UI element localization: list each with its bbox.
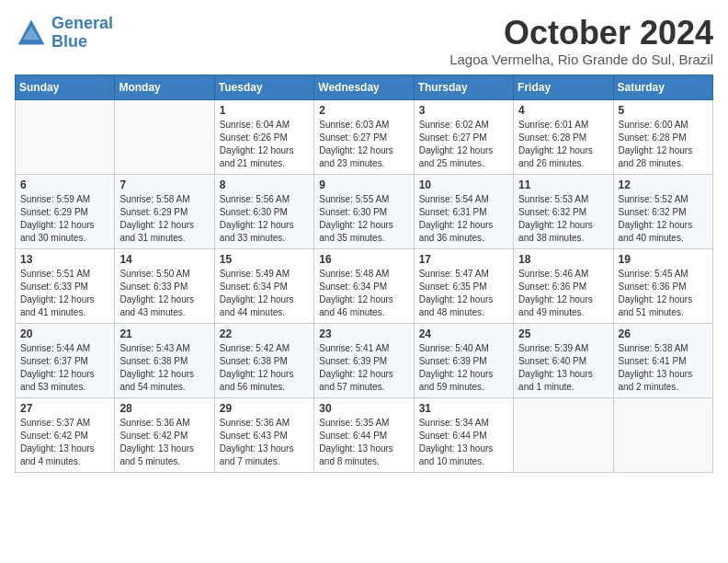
day-info: Sunrise: 5:48 AMSunset: 6:34 PMDaylight:… (319, 268, 408, 319)
calendar-cell: 7Sunrise: 5:58 AMSunset: 6:29 PMDaylight… (115, 174, 214, 248)
day-info: Sunrise: 5:35 AMSunset: 6:44 PMDaylight:… (319, 417, 408, 468)
day-number: 14 (119, 253, 209, 266)
day-number: 30 (319, 402, 408, 415)
day-number: 2 (319, 104, 408, 117)
calendar-cell: 6Sunrise: 5:59 AMSunset: 6:29 PMDaylight… (16, 174, 115, 248)
day-info: Sunrise: 5:34 AMSunset: 6:44 PMDaylight:… (419, 417, 508, 468)
day-info: Sunrise: 6:00 AMSunset: 6:28 PMDaylight:… (619, 119, 708, 170)
calendar-table: SundayMondayTuesdayWednesdayThursdayFrid… (15, 75, 713, 473)
day-number: 21 (119, 327, 209, 340)
calendar-cell: 29Sunrise: 5:36 AMSunset: 6:43 PMDayligh… (214, 397, 313, 472)
calendar-cell: 15Sunrise: 5:49 AMSunset: 6:34 PMDayligh… (214, 248, 313, 323)
day-number: 28 (119, 402, 209, 415)
calendar-header: SundayMondayTuesdayWednesdayThursdayFrid… (16, 75, 713, 99)
calendar-cell (16, 99, 115, 174)
day-info: Sunrise: 5:44 AMSunset: 6:37 PMDaylight:… (20, 342, 109, 394)
calendar-cell (514, 397, 613, 472)
day-number: 1 (220, 104, 309, 117)
day-number: 7 (119, 178, 209, 191)
calendar-cell: 22Sunrise: 5:42 AMSunset: 6:38 PMDayligh… (214, 323, 313, 397)
weekday-header-friday: Friday (514, 75, 613, 99)
calendar-cell: 18Sunrise: 5:46 AMSunset: 6:36 PMDayligh… (514, 248, 613, 323)
calendar-cell: 14Sunrise: 5:50 AMSunset: 6:33 PMDayligh… (115, 248, 214, 323)
calendar-week-4: 20Sunrise: 5:44 AMSunset: 6:37 PMDayligh… (16, 323, 713, 397)
day-number: 6 (20, 178, 109, 191)
calendar-cell: 31Sunrise: 5:34 AMSunset: 6:44 PMDayligh… (414, 397, 513, 472)
calendar-week-5: 27Sunrise: 5:37 AMSunset: 6:42 PMDayligh… (16, 397, 713, 472)
calendar-cell: 21Sunrise: 5:43 AMSunset: 6:38 PMDayligh… (115, 323, 214, 397)
day-info: Sunrise: 5:45 AMSunset: 6:36 PMDaylight:… (619, 268, 708, 319)
page-header: General Blue October 2024 Lagoa Vermelha… (15, 15, 713, 67)
day-info: Sunrise: 5:42 AMSunset: 6:38 PMDaylight:… (220, 342, 309, 394)
title-block: October 2024 Lagoa Vermelha, Rio Grande … (449, 15, 713, 67)
day-info: Sunrise: 5:52 AMSunset: 6:32 PMDaylight:… (619, 193, 708, 245)
day-number: 29 (220, 402, 309, 415)
month-title: October 2024 (449, 15, 713, 52)
day-info: Sunrise: 5:46 AMSunset: 6:36 PMDaylight:… (518, 268, 608, 319)
calendar-cell: 3Sunrise: 6:02 AMSunset: 6:27 PMDaylight… (414, 99, 513, 174)
calendar-cell: 23Sunrise: 5:41 AMSunset: 6:39 PMDayligh… (314, 323, 414, 397)
day-info: Sunrise: 6:01 AMSunset: 6:28 PMDaylight:… (518, 119, 608, 170)
weekday-header-wednesday: Wednesday (314, 75, 414, 99)
calendar-cell: 8Sunrise: 5:56 AMSunset: 6:30 PMDaylight… (214, 174, 313, 248)
day-number: 20 (20, 327, 109, 340)
day-number: 5 (619, 104, 708, 117)
day-info: Sunrise: 5:58 AMSunset: 6:29 PMDaylight:… (119, 193, 209, 245)
day-number: 4 (518, 104, 608, 117)
day-info: Sunrise: 5:38 AMSunset: 6:41 PMDaylight:… (619, 342, 708, 394)
day-number: 24 (419, 327, 508, 340)
calendar-cell: 17Sunrise: 5:47 AMSunset: 6:35 PMDayligh… (414, 248, 513, 323)
calendar-cell: 9Sunrise: 5:55 AMSunset: 6:30 PMDaylight… (314, 174, 414, 248)
day-info: Sunrise: 5:47 AMSunset: 6:35 PMDaylight:… (419, 268, 508, 319)
calendar-cell: 12Sunrise: 5:52 AMSunset: 6:32 PMDayligh… (613, 174, 712, 248)
day-number: 27 (20, 402, 109, 415)
day-info: Sunrise: 6:02 AMSunset: 6:27 PMDaylight:… (419, 119, 508, 170)
day-info: Sunrise: 6:04 AMSunset: 6:26 PMDaylight:… (220, 119, 309, 170)
day-number: 8 (220, 178, 309, 191)
day-info: Sunrise: 5:59 AMSunset: 6:29 PMDaylight:… (20, 193, 109, 245)
calendar-cell: 28Sunrise: 5:36 AMSunset: 6:42 PMDayligh… (115, 397, 214, 472)
calendar-cell: 11Sunrise: 5:53 AMSunset: 6:32 PMDayligh… (514, 174, 613, 248)
day-number: 3 (419, 104, 508, 117)
calendar-cell: 19Sunrise: 5:45 AMSunset: 6:36 PMDayligh… (613, 248, 712, 323)
logo-text: General Blue (51, 15, 113, 52)
logo: General Blue (15, 15, 113, 52)
calendar-cell: 5Sunrise: 6:00 AMSunset: 6:28 PMDaylight… (613, 99, 712, 174)
calendar-cell: 24Sunrise: 5:40 AMSunset: 6:39 PMDayligh… (414, 323, 513, 397)
day-number: 22 (220, 327, 309, 340)
day-info: Sunrise: 5:40 AMSunset: 6:39 PMDaylight:… (419, 342, 508, 394)
weekday-header-row: SundayMondayTuesdayWednesdayThursdayFrid… (16, 75, 713, 99)
day-number: 25 (518, 327, 608, 340)
weekday-header-monday: Monday (115, 75, 214, 99)
day-info: Sunrise: 5:41 AMSunset: 6:39 PMDaylight:… (319, 342, 408, 394)
day-info: Sunrise: 5:43 AMSunset: 6:38 PMDaylight:… (119, 342, 209, 394)
calendar-cell: 2Sunrise: 6:03 AMSunset: 6:27 PMDaylight… (314, 99, 414, 174)
day-info: Sunrise: 5:53 AMSunset: 6:32 PMDaylight:… (518, 193, 608, 245)
day-number: 31 (419, 402, 508, 415)
day-info: Sunrise: 5:51 AMSunset: 6:33 PMDaylight:… (20, 268, 109, 319)
weekday-header-sunday: Sunday (16, 75, 115, 99)
calendar-cell: 1Sunrise: 6:04 AMSunset: 6:26 PMDaylight… (214, 99, 313, 174)
calendar-week-1: 1Sunrise: 6:04 AMSunset: 6:26 PMDaylight… (16, 99, 713, 174)
day-number: 9 (319, 178, 408, 191)
calendar-cell: 26Sunrise: 5:38 AMSunset: 6:41 PMDayligh… (613, 323, 712, 397)
day-number: 10 (419, 178, 508, 191)
calendar-cell: 16Sunrise: 5:48 AMSunset: 6:34 PMDayligh… (314, 248, 414, 323)
day-info: Sunrise: 5:55 AMSunset: 6:30 PMDaylight:… (319, 193, 408, 245)
logo-icon (15, 17, 48, 50)
calendar-cell: 25Sunrise: 5:39 AMSunset: 6:40 PMDayligh… (514, 323, 613, 397)
day-number: 23 (319, 327, 408, 340)
calendar-week-2: 6Sunrise: 5:59 AMSunset: 6:29 PMDaylight… (16, 174, 713, 248)
calendar-week-3: 13Sunrise: 5:51 AMSunset: 6:33 PMDayligh… (16, 248, 713, 323)
weekday-header-saturday: Saturday (613, 75, 712, 99)
day-info: Sunrise: 5:36 AMSunset: 6:43 PMDaylight:… (220, 417, 309, 468)
day-info: Sunrise: 5:39 AMSunset: 6:40 PMDaylight:… (518, 342, 608, 394)
day-info: Sunrise: 5:50 AMSunset: 6:33 PMDaylight:… (119, 268, 209, 319)
calendar-cell: 30Sunrise: 5:35 AMSunset: 6:44 PMDayligh… (314, 397, 414, 472)
calendar-cell (613, 397, 712, 472)
day-info: Sunrise: 6:03 AMSunset: 6:27 PMDaylight:… (319, 119, 408, 170)
day-number: 16 (319, 253, 408, 266)
day-number: 13 (20, 253, 109, 266)
day-number: 19 (619, 253, 708, 266)
day-number: 18 (518, 253, 608, 266)
